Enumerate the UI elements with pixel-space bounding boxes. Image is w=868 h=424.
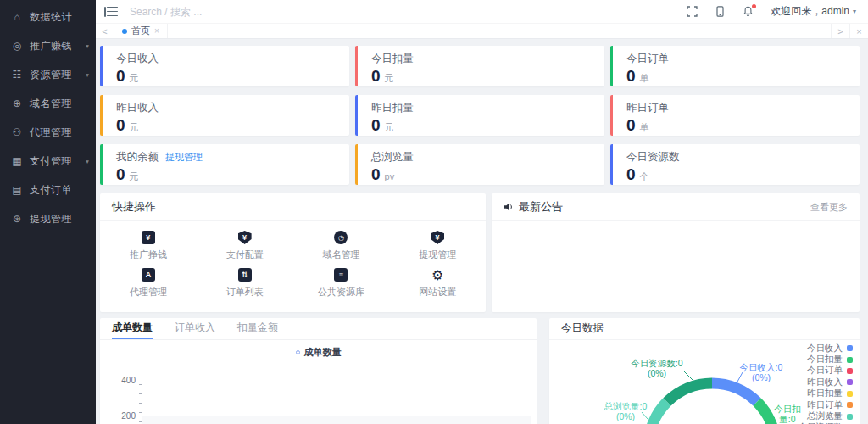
- sidebar-item[interactable]: ⌂ 数据统计 ▾: [0, 3, 96, 31]
- stat-cards: 今日收入 0元 今日扣量 0元: [100, 46, 860, 185]
- stat-card-title: 今日订单: [626, 52, 669, 66]
- quick-op-item[interactable]: ⚙ 网站设置: [389, 268, 486, 298]
- order-list-icon: ⇅: [238, 268, 252, 282]
- view-more-link[interactable]: 查看更多: [810, 201, 848, 214]
- scroll-tabs-left-button[interactable]: <: [96, 24, 114, 38]
- stat-card-value: 0: [116, 165, 125, 183]
- stat-card: 今日订单 0单: [610, 46, 860, 86]
- stat-card: 总浏览量 0pv: [355, 144, 604, 185]
- stat-card: 昨日扣量 0元: [355, 95, 604, 136]
- stat-card-unit: 元: [130, 73, 139, 83]
- quick-op-item[interactable]: ¥ 推广挣钱: [100, 231, 197, 261]
- legend-item[interactable]: 昨日扣量: [798, 388, 854, 399]
- close-tab-icon[interactable]: ×: [154, 26, 159, 36]
- tab-home[interactable]: 首页 ×: [114, 24, 168, 38]
- stat-card-value: 0: [626, 165, 636, 183]
- stat-card: 我的余额 提现管理 0元: [100, 144, 349, 185]
- scroll-tabs-right-button[interactable]: >: [831, 24, 849, 38]
- chart-tab[interactable]: 订单收入: [175, 318, 215, 339]
- home-icon: ⌂: [11, 11, 23, 23]
- legend-item[interactable]: 今日收入: [798, 343, 854, 354]
- tab-active-dot: [122, 29, 127, 34]
- stat-card-title: 昨日收入: [116, 101, 159, 115]
- orders-chart: 成单数量 400 200: [100, 340, 537, 424]
- stat-card: 今日收入 0元: [100, 46, 349, 86]
- stat-card-title: 今日扣量: [371, 52, 414, 66]
- stat-card-value: 0: [116, 116, 125, 134]
- legend-swatch: [847, 368, 853, 374]
- agent-manage-icon: A: [142, 268, 155, 282]
- quick-op-item[interactable]: ¥ 支付配置: [197, 231, 293, 261]
- chart-tab[interactable]: 成单数量: [112, 318, 153, 339]
- stat-card-title: 昨日订单: [626, 101, 669, 115]
- stat-card: 今日资源数 0个: [610, 144, 860, 185]
- stat-card-value: 0: [371, 116, 381, 134]
- chevron-down-icon: ▾: [86, 158, 89, 165]
- chart-tab[interactable]: 扣量金额: [237, 318, 278, 339]
- sidebar-menu: ⌂ 数据统计 ▾ ◎ 推广赚钱 ▾ ☷ 资源管理 ▾ ⊕ 域名管理 ▾: [0, 3, 96, 233]
- legend-item[interactable]: 总浏览量: [798, 410, 854, 421]
- stat-card-unit: 元: [130, 122, 139, 132]
- callout-leader-line: [683, 371, 693, 381]
- close-all-tabs-button[interactable]: ×: [849, 24, 868, 38]
- stat-card-title: 今日资源数: [626, 150, 680, 165]
- today-data-panel: 今日数据 今日资源数:0(0%) 今日收入:0(0%) 总浏览量:0(0%) 今…: [549, 318, 860, 424]
- withdraw-icon: ⊛: [11, 213, 23, 225]
- chevron-down-icon: ▾: [853, 8, 856, 15]
- sidebar-item[interactable]: ⚇ 代理管理 ▾: [0, 118, 96, 147]
- chevron-down-icon: ▾: [86, 71, 89, 78]
- orders-chart-panel: 成单数量 订单收入 扣量金额 成单数量 400 200: [100, 318, 537, 424]
- legend-item[interactable]: 今日订单: [798, 365, 854, 377]
- today-donut-chart: 今日资源数:0(0%) 今日收入:0(0%) 总浏览量:0(0%) 今日扣量:0…: [549, 340, 860, 424]
- sidebar-item[interactable]: ⊕ 域名管理 ▾: [0, 89, 96, 118]
- quick-operations-title: 快捷操作: [112, 199, 156, 215]
- withdraw-manage-link[interactable]: 提现管理: [165, 151, 203, 164]
- pay-order-icon: ▤: [11, 184, 23, 196]
- legend-swatch: [847, 379, 853, 385]
- stat-card-unit: 元: [385, 122, 394, 132]
- user-menu[interactable]: 欢迎回来，admin ▾: [771, 4, 856, 19]
- domain-manage-icon: ◷: [334, 231, 348, 244]
- quick-op-item[interactable]: A 代理管理: [100, 268, 197, 298]
- legend-swatch: [847, 357, 853, 363]
- legend-item[interactable]: 昨日订单: [798, 399, 854, 410]
- quick-op-item[interactable]: ¥ 提现管理: [389, 231, 486, 261]
- announcement-title: 最新公告: [519, 199, 563, 215]
- sidebar-item[interactable]: ⊛ 提现管理 ▾: [0, 204, 96, 233]
- quick-op-item[interactable]: ⇅ 订单列表: [197, 268, 293, 298]
- stat-card-unit: 个: [640, 171, 649, 181]
- legend-item[interactable]: 昨日收入: [798, 377, 854, 388]
- stat-card-value: 0: [371, 67, 381, 85]
- sidebar-item[interactable]: ☷ 资源管理 ▾: [0, 60, 96, 89]
- payment-icon: ▦: [11, 155, 23, 167]
- public-resource-icon: ≡: [334, 268, 348, 282]
- resource-icon: ☷: [11, 69, 23, 81]
- quick-op-item[interactable]: ≡ 公共资源库: [293, 268, 390, 298]
- chart-area-fill: [142, 416, 531, 424]
- legend-swatch: [847, 345, 853, 351]
- main-content: 今日收入 0元 今日扣量 0元: [96, 39, 868, 424]
- welcome-text: 欢迎回来，admin: [771, 4, 849, 19]
- bell-icon[interactable]: [743, 6, 754, 17]
- collapse-menu-icon[interactable]: [104, 7, 118, 17]
- fullscreen-icon[interactable]: [687, 6, 698, 17]
- quick-op-item[interactable]: ◷ 域名管理: [293, 231, 390, 261]
- sidebar-item[interactable]: ▦ 支付管理 ▾: [0, 147, 96, 176]
- legend-swatch: [847, 414, 853, 420]
- y-axis-tick: 200: [114, 411, 136, 421]
- donut-callout: 总浏览量:0(0%): [604, 402, 648, 421]
- donut-segment: [712, 383, 757, 402]
- legend-marker-icon: [296, 350, 300, 354]
- stat-card-value: 0: [626, 116, 636, 134]
- line-chart-legend[interactable]: 成单数量: [296, 346, 342, 359]
- sidebar-item[interactable]: ◎ 推广赚钱 ▾: [0, 31, 96, 60]
- y-axis-tick: 400: [114, 376, 136, 385]
- legend-item[interactable]: 今日扣量: [798, 354, 854, 365]
- search-input[interactable]: [130, 6, 316, 18]
- stat-card-unit: pv: [385, 171, 395, 181]
- stat-card-value: 0: [371, 165, 381, 183]
- mobile-icon[interactable]: [715, 6, 726, 17]
- donut-callout: 今日收入:0(0%): [739, 363, 783, 382]
- sidebar-item[interactable]: ▤ 支付订单 ▾: [0, 176, 96, 204]
- announcement-panel: 最新公告 查看更多: [492, 193, 860, 312]
